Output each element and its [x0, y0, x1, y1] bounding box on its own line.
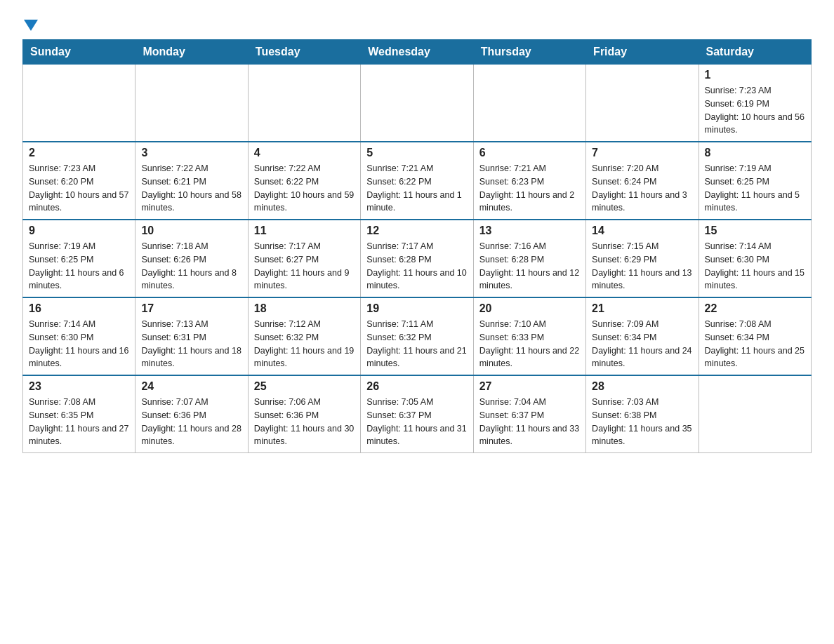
day-info: Sunrise: 7:22 AM Sunset: 6:22 PM Dayligh… [254, 162, 355, 215]
day-info: Sunrise: 7:08 AM Sunset: 6:34 PM Dayligh… [705, 318, 805, 370]
day-info: Sunrise: 7:09 AM Sunset: 6:34 PM Dayligh… [592, 318, 692, 370]
day-number: 23 [29, 380, 129, 393]
calendar-cell: 24Sunrise: 7:07 AM Sunset: 6:36 PM Dayli… [135, 375, 248, 453]
calendar-cell: 4Sunrise: 7:22 AM Sunset: 6:22 PM Daylig… [248, 142, 360, 220]
day-number: 4 [254, 147, 355, 159]
day-number: 11 [254, 224, 355, 237]
calendar-cell: 27Sunrise: 7:04 AM Sunset: 6:37 PM Dayli… [473, 375, 585, 453]
day-of-week-header: Sunday [23, 40, 135, 65]
day-info: Sunrise: 7:16 AM Sunset: 6:28 PM Dayligh… [479, 240, 580, 293]
day-info: Sunrise: 7:14 AM Sunset: 6:30 PM Dayligh… [29, 318, 129, 370]
calendar-cell: 10Sunrise: 7:18 AM Sunset: 6:26 PM Dayli… [135, 220, 248, 297]
day-number: 1 [705, 69, 805, 81]
day-info: Sunrise: 7:22 AM Sunset: 6:21 PM Dayligh… [141, 162, 241, 215]
day-info: Sunrise: 7:21 AM Sunset: 6:23 PM Dayligh… [479, 162, 580, 215]
day-number: 28 [592, 380, 692, 393]
day-of-week-header: Saturday [699, 40, 811, 65]
day-of-week-header: Friday [586, 40, 699, 65]
day-number: 26 [366, 380, 467, 393]
day-info: Sunrise: 7:04 AM Sunset: 6:37 PM Dayligh… [479, 396, 580, 448]
calendar-week-row: 9Sunrise: 7:19 AM Sunset: 6:25 PM Daylig… [23, 220, 812, 297]
calendar-cell: 17Sunrise: 7:13 AM Sunset: 6:31 PM Dayli… [135, 297, 248, 375]
calendar-cell: 14Sunrise: 7:15 AM Sunset: 6:29 PM Dayli… [586, 220, 699, 297]
day-info: Sunrise: 7:17 AM Sunset: 6:27 PM Dayligh… [254, 240, 355, 293]
day-info: Sunrise: 7:23 AM Sunset: 6:20 PM Dayligh… [29, 162, 129, 215]
day-number: 20 [479, 302, 580, 315]
day-number: 12 [366, 224, 467, 237]
page-header [22, 17, 812, 28]
calendar-cell: 8Sunrise: 7:19 AM Sunset: 6:25 PM Daylig… [699, 142, 811, 220]
day-number: 27 [479, 380, 580, 393]
logo [22, 17, 39, 28]
calendar-week-row: 2Sunrise: 7:23 AM Sunset: 6:20 PM Daylig… [23, 142, 812, 220]
calendar-week-row: 16Sunrise: 7:14 AM Sunset: 6:30 PM Dayli… [23, 297, 812, 375]
day-info: Sunrise: 7:12 AM Sunset: 6:32 PM Dayligh… [254, 318, 355, 370]
calendar-cell: 6Sunrise: 7:21 AM Sunset: 6:23 PM Daylig… [473, 142, 585, 220]
calendar-cell: 7Sunrise: 7:20 AM Sunset: 6:24 PM Daylig… [586, 142, 699, 220]
calendar-cell: 2Sunrise: 7:23 AM Sunset: 6:20 PM Daylig… [23, 142, 135, 220]
calendar-cell [23, 65, 135, 142]
day-number: 7 [592, 147, 692, 159]
calendar-week-row: 1Sunrise: 7:23 AM Sunset: 6:19 PM Daylig… [23, 65, 812, 142]
day-info: Sunrise: 7:07 AM Sunset: 6:36 PM Dayligh… [141, 396, 241, 448]
calendar-cell [586, 65, 699, 142]
day-number: 14 [592, 224, 692, 237]
calendar-header-row: SundayMondayTuesdayWednesdayThursdayFrid… [23, 40, 812, 65]
calendar-cell: 16Sunrise: 7:14 AM Sunset: 6:30 PM Dayli… [23, 297, 135, 375]
day-info: Sunrise: 7:14 AM Sunset: 6:30 PM Dayligh… [705, 240, 805, 293]
calendar-cell: 9Sunrise: 7:19 AM Sunset: 6:25 PM Daylig… [23, 220, 135, 297]
day-info: Sunrise: 7:11 AM Sunset: 6:32 PM Dayligh… [366, 318, 467, 370]
day-info: Sunrise: 7:19 AM Sunset: 6:25 PM Dayligh… [705, 162, 805, 215]
day-number: 9 [29, 224, 129, 237]
day-number: 13 [479, 224, 580, 237]
day-of-week-header: Wednesday [361, 40, 473, 65]
day-info: Sunrise: 7:18 AM Sunset: 6:26 PM Dayligh… [141, 240, 241, 293]
day-number: 8 [705, 147, 805, 159]
calendar-cell: 19Sunrise: 7:11 AM Sunset: 6:32 PM Dayli… [361, 297, 473, 375]
day-info: Sunrise: 7:05 AM Sunset: 6:37 PM Dayligh… [366, 396, 467, 448]
calendar-table: SundayMondayTuesdayWednesdayThursdayFrid… [22, 39, 812, 453]
day-info: Sunrise: 7:08 AM Sunset: 6:35 PM Dayligh… [29, 396, 129, 448]
day-number: 19 [366, 302, 467, 315]
day-info: Sunrise: 7:06 AM Sunset: 6:36 PM Dayligh… [254, 396, 355, 448]
calendar-cell: 22Sunrise: 7:08 AM Sunset: 6:34 PM Dayli… [699, 297, 811, 375]
calendar-cell [248, 65, 360, 142]
calendar-cell: 15Sunrise: 7:14 AM Sunset: 6:30 PM Dayli… [699, 220, 811, 297]
calendar-cell: 21Sunrise: 7:09 AM Sunset: 6:34 PM Dayli… [586, 297, 699, 375]
calendar-cell [473, 65, 585, 142]
day-number: 10 [141, 224, 241, 237]
calendar-cell: 28Sunrise: 7:03 AM Sunset: 6:38 PM Dayli… [586, 375, 699, 453]
day-info: Sunrise: 7:23 AM Sunset: 6:19 PM Dayligh… [705, 84, 805, 137]
day-number: 24 [141, 380, 241, 393]
calendar-cell [699, 375, 811, 453]
day-info: Sunrise: 7:20 AM Sunset: 6:24 PM Dayligh… [592, 162, 692, 215]
day-number: 16 [29, 302, 129, 315]
day-number: 3 [141, 147, 241, 159]
calendar-cell: 1Sunrise: 7:23 AM Sunset: 6:19 PM Daylig… [699, 65, 811, 142]
day-info: Sunrise: 7:19 AM Sunset: 6:25 PM Dayligh… [29, 240, 129, 293]
day-number: 21 [592, 302, 692, 315]
calendar-cell: 23Sunrise: 7:08 AM Sunset: 6:35 PM Dayli… [23, 375, 135, 453]
day-info: Sunrise: 7:17 AM Sunset: 6:28 PM Dayligh… [366, 240, 467, 293]
calendar-cell: 11Sunrise: 7:17 AM Sunset: 6:27 PM Dayli… [248, 220, 360, 297]
day-number: 5 [366, 147, 467, 159]
calendar-cell [135, 65, 248, 142]
day-number: 15 [705, 224, 805, 237]
day-number: 17 [141, 302, 241, 315]
day-of-week-header: Tuesday [248, 40, 360, 65]
day-number: 18 [254, 302, 355, 315]
day-info: Sunrise: 7:13 AM Sunset: 6:31 PM Dayligh… [141, 318, 241, 370]
calendar-cell: 20Sunrise: 7:10 AM Sunset: 6:33 PM Dayli… [473, 297, 585, 375]
calendar-cell: 5Sunrise: 7:21 AM Sunset: 6:22 PM Daylig… [361, 142, 473, 220]
calendar-cell: 26Sunrise: 7:05 AM Sunset: 6:37 PM Dayli… [361, 375, 473, 453]
calendar-cell: 3Sunrise: 7:22 AM Sunset: 6:21 PM Daylig… [135, 142, 248, 220]
calendar-cell: 12Sunrise: 7:17 AM Sunset: 6:28 PM Dayli… [361, 220, 473, 297]
calendar-cell: 13Sunrise: 7:16 AM Sunset: 6:28 PM Dayli… [473, 220, 585, 297]
day-number: 6 [479, 147, 580, 159]
day-info: Sunrise: 7:10 AM Sunset: 6:33 PM Dayligh… [479, 318, 580, 370]
day-of-week-header: Monday [135, 40, 248, 65]
day-info: Sunrise: 7:21 AM Sunset: 6:22 PM Dayligh… [366, 162, 467, 215]
day-info: Sunrise: 7:03 AM Sunset: 6:38 PM Dayligh… [592, 396, 692, 448]
day-number: 25 [254, 380, 355, 393]
calendar-week-row: 23Sunrise: 7:08 AM Sunset: 6:35 PM Dayli… [23, 375, 812, 453]
